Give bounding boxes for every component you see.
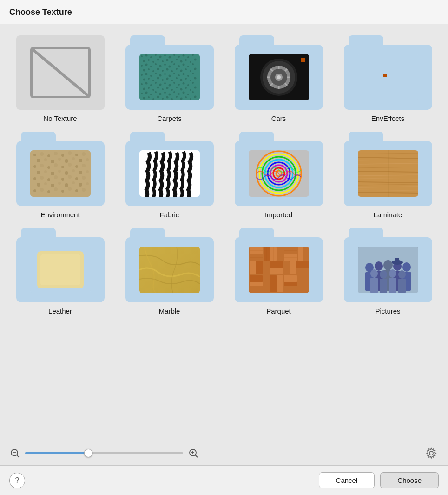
- texture-item-fabric[interactable]: Fabric: [119, 132, 220, 219]
- svg-rect-252: [290, 261, 296, 274]
- svg-point-175: [47, 178, 50, 181]
- svg-point-167: [51, 172, 54, 175]
- svg-rect-261: [284, 275, 297, 282]
- svg-line-0: [33, 49, 88, 96]
- svg-point-271: [383, 260, 393, 270]
- svg-point-59: [182, 73, 184, 75]
- svg-point-10: [178, 56, 180, 58]
- texture-label-no-texture: No Texture: [43, 114, 77, 122]
- texture-item-parquet[interactable]: Parquet: [228, 228, 329, 315]
- texture-item-environment[interactable]: Environment: [9, 132, 111, 219]
- zoom-in-button[interactable]: [188, 448, 199, 459]
- zoom-slider-thumb[interactable]: [84, 449, 92, 457]
- svg-point-4: [150, 56, 152, 58]
- thumb-fabric: [139, 150, 200, 197]
- svg-point-40: [152, 70, 154, 72]
- zoom-slider-track[interactable]: [25, 452, 183, 454]
- svg-point-121: [194, 96, 196, 98]
- svg-point-194: [68, 187, 72, 191]
- texture-item-imported[interactable]: Imported: [228, 132, 329, 219]
- svg-point-37: [192, 63, 194, 65]
- texture-label-carpets: Carpets: [157, 114, 182, 122]
- svg-rect-255: [250, 275, 263, 282]
- texture-item-no-texture[interactable]: No Texture: [9, 35, 111, 122]
- svg-point-176: [54, 175, 58, 179]
- texture-label-environment: Environment: [40, 211, 79, 219]
- thumb-carpets: [139, 54, 200, 100]
- svg-point-47: [185, 68, 187, 70]
- svg-point-185: [65, 183, 68, 187]
- folder-tab-leather: [21, 228, 56, 238]
- folder-icon-cars: [235, 35, 323, 110]
- svg-point-55: [164, 73, 166, 75]
- texture-item-marble[interactable]: Marble: [119, 228, 220, 315]
- svg-point-41: [157, 68, 159, 70]
- folder-tab-parquet: [239, 228, 274, 238]
- thumb-laminate: [358, 150, 418, 197]
- bottom-bar: ? Cancel Choose: [0, 465, 448, 495]
- cancel-button[interactable]: Cancel: [319, 472, 375, 488]
- svg-point-86: [143, 88, 145, 90]
- folder-icon-marble: [125, 228, 214, 302]
- svg-point-153: [65, 159, 68, 163]
- svg-point-178: [68, 175, 72, 179]
- help-button[interactable]: ?: [9, 473, 25, 488]
- svg-point-18: [162, 60, 164, 62]
- folder-body-fabric: [125, 141, 214, 206]
- choose-button[interactable]: Choose: [380, 472, 439, 488]
- grid-scroll[interactable]: No Texture: [0, 24, 448, 441]
- svg-point-49: [194, 68, 196, 70]
- folder-body-carpets: [125, 45, 214, 110]
- svg-point-165: [37, 171, 40, 174]
- texture-label-parquet: Parquet: [266, 307, 291, 315]
- texture-label-fabric: Fabric: [160, 211, 179, 219]
- svg-point-162: [68, 163, 72, 167]
- svg-rect-280: [380, 279, 387, 293]
- svg-point-81: [173, 82, 175, 84]
- svg-point-21: [176, 59, 178, 60]
- svg-point-161: [61, 166, 64, 168]
- svg-point-66: [162, 79, 164, 81]
- svg-rect-258: [264, 275, 270, 292]
- svg-point-76: [150, 84, 152, 86]
- svg-point-8: [168, 56, 171, 59]
- texture-item-carpets[interactable]: Carpets: [119, 35, 220, 122]
- svg-point-6: [159, 56, 161, 58]
- no-texture-box: [30, 47, 91, 98]
- svg-rect-263: [284, 286, 297, 292]
- svg-point-71: [185, 78, 187, 80]
- svg-rect-243: [298, 248, 303, 261]
- svg-point-83: [182, 82, 184, 85]
- svg-point-43: [166, 68, 168, 71]
- texture-item-enveffects[interactable]: EnvEffects: [337, 35, 439, 122]
- texture-item-cars[interactable]: Cars: [228, 35, 329, 122]
- svg-point-5: [155, 54, 157, 56]
- texture-item-leather[interactable]: Leather: [9, 228, 111, 315]
- svg-point-191: [47, 190, 50, 193]
- svg-point-72: [190, 80, 191, 81]
- svg-point-17: [157, 59, 159, 61]
- texture-item-pictures[interactable]: Pictures: [337, 228, 439, 315]
- svg-point-195: [75, 189, 78, 192]
- svg-point-189: [33, 189, 36, 192]
- svg-point-38: [143, 69, 145, 72]
- svg-point-78: [159, 84, 161, 86]
- svg-point-27: [145, 64, 147, 66]
- svg-point-79: [164, 82, 166, 84]
- svg-point-7: [164, 54, 166, 56]
- gear-button[interactable]: [424, 446, 439, 461]
- svg-point-69: [176, 77, 178, 79]
- svg-point-90: [162, 88, 164, 90]
- svg-point-25: [194, 59, 196, 61]
- svg-point-143: [47, 154, 50, 157]
- svg-point-62: [143, 79, 145, 81]
- svg-point-54: [159, 74, 161, 77]
- svg-point-84: [187, 84, 189, 86]
- svg-point-16: [152, 61, 154, 63]
- folder-body-leather: [16, 237, 105, 302]
- svg-rect-278: [370, 278, 378, 293]
- zoom-out-button[interactable]: [9, 448, 20, 459]
- svg-rect-138: [358, 54, 418, 100]
- texture-item-laminate[interactable]: Laminate: [337, 132, 439, 219]
- svg-point-60: [187, 75, 189, 77]
